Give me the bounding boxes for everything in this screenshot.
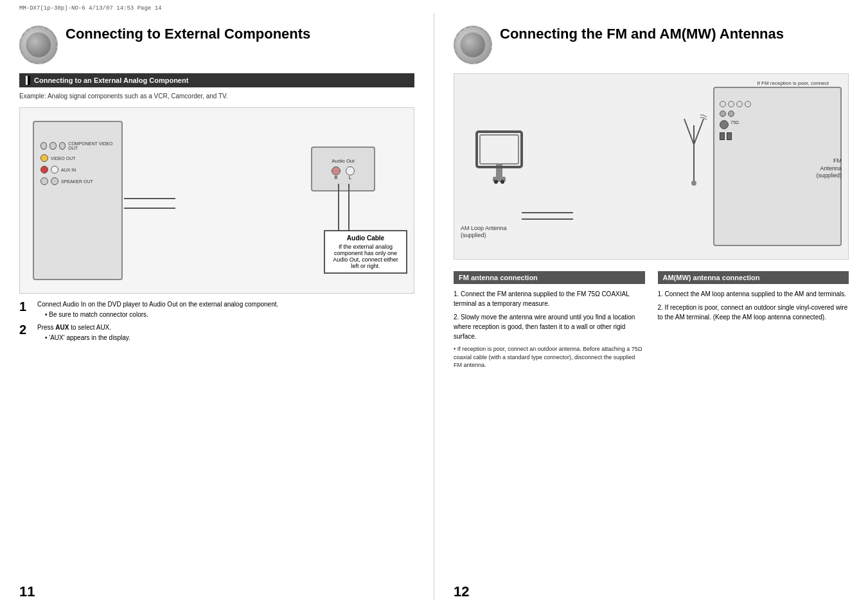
am-loop-label-line1: AM Loop Antenna bbox=[461, 225, 507, 233]
fm-antenna-area bbox=[681, 112, 707, 191]
page-divider bbox=[434, 13, 434, 600]
step-2-number: 2 bbox=[19, 323, 32, 336]
fm-section: FM antenna connection 1. Connect the FM … bbox=[454, 271, 645, 369]
right-page-number: 12 bbox=[454, 577, 849, 600]
audio-out-label: Audio Out bbox=[332, 158, 355, 164]
fm-75-label: 75Ω bbox=[731, 120, 739, 129]
am-loop-label-line2: (supplied) bbox=[461, 232, 507, 240]
am-steps: 1. Connect the AM loop antenna supplied … bbox=[658, 289, 849, 322]
right-section-icon bbox=[454, 26, 492, 64]
fm-bullet-note: • If reception is poor, connect an outdo… bbox=[454, 345, 645, 369]
right-connectors-row2 bbox=[720, 111, 835, 117]
callout-title: Audio Cable bbox=[328, 235, 403, 242]
am-loop-label: AM Loop Antenna (supplied) bbox=[461, 225, 507, 240]
fm-steps: 1. Connect the FM antenna supplied to th… bbox=[454, 289, 645, 341]
cable-l-vertical bbox=[338, 184, 339, 235]
rc3 bbox=[736, 101, 743, 107]
audio-connectors: R L bbox=[332, 166, 355, 180]
right-diagram: If FM reception is poor, connect an outd… bbox=[454, 73, 849, 260]
speaker-label: SPEAKER OUT bbox=[61, 179, 93, 184]
component-label: COMPONENT VIDEO OUT bbox=[68, 141, 115, 150]
connector-dot-1 bbox=[40, 142, 47, 150]
r-connector: R bbox=[332, 166, 341, 180]
connection-sections: FM antenna connection 1. Connect the FM … bbox=[454, 271, 849, 369]
video-out-label: VIDEO OUT bbox=[51, 156, 76, 161]
fm-label-line1: FM bbox=[816, 157, 842, 165]
am-section: AM(MW) antenna connection 1. Connect the… bbox=[658, 271, 849, 369]
connector-dot-2 bbox=[49, 142, 56, 150]
left-diagram: COMPONENT VIDEO OUT VIDEO OUT AUX IN bbox=[19, 107, 414, 294]
speaker-dot-1 bbox=[40, 177, 48, 185]
fm-label-line3: (supplied) bbox=[816, 172, 842, 180]
svg-rect-3 bbox=[480, 135, 518, 164]
step-1-bullet: • Be sure to match connector colors. bbox=[45, 311, 278, 318]
fm-antenna-svg bbox=[681, 112, 707, 190]
left-section-title: Connecting to External Components bbox=[66, 26, 310, 42]
video-out-dot bbox=[40, 154, 48, 162]
r-jack bbox=[332, 166, 341, 175]
aux-l-dot bbox=[51, 166, 58, 173]
am-step-1: 1. Connect the AM loop antenna supplied … bbox=[658, 289, 849, 299]
audio-wire-bottom bbox=[124, 208, 175, 209]
external-component: Audio Out R L bbox=[311, 147, 375, 191]
file-info: MM-DX7(1p-30p)-NO-6 4/13/07 14:53 Page 1… bbox=[19, 5, 161, 12]
right-connectors-row1 bbox=[720, 101, 835, 107]
audio-wire-top bbox=[124, 198, 175, 199]
left-page-number: 11 bbox=[19, 577, 414, 600]
aux-label: AUX IN bbox=[61, 168, 76, 172]
svg-line-8 bbox=[694, 119, 704, 145]
am-section-header: AM(MW) antenna connection bbox=[658, 271, 849, 284]
svg-point-4 bbox=[494, 180, 498, 184]
left-page: Connecting to External Components Connec… bbox=[19, 13, 414, 600]
step-2-text: Press AUX to select AUX. bbox=[37, 323, 130, 332]
am-wire-2 bbox=[522, 218, 573, 220]
fm-step-2: 2. Slowly move the antenna wire around u… bbox=[454, 312, 645, 341]
rc1 bbox=[720, 101, 726, 107]
left-section-header: Connecting to External Components bbox=[19, 26, 414, 64]
video-out-row: VIDEO OUT bbox=[40, 154, 115, 162]
right-connectors-row3: 75Ω bbox=[720, 120, 835, 129]
am-loop-svg bbox=[474, 125, 525, 190]
rc-coaxial bbox=[720, 120, 729, 129]
rc6 bbox=[728, 111, 734, 117]
cable-r-vertical bbox=[348, 184, 350, 235]
l-label: L bbox=[349, 175, 351, 180]
l-jack bbox=[346, 166, 355, 175]
left-subsection-bar: Connecting to an External Analog Compone… bbox=[19, 73, 414, 87]
fm-section-header: FM antenna connection bbox=[454, 271, 645, 284]
callout-box: Audio Cable If the external analog compo… bbox=[324, 230, 407, 274]
step-1: 1 Connect Audio In on the DVD player to … bbox=[19, 300, 414, 318]
panel-connectors: COMPONENT VIDEO OUT VIDEO OUT AUX IN bbox=[40, 141, 115, 185]
step-1-text: Connect Audio In on the DVD player to Au… bbox=[37, 300, 278, 309]
svg-rect-2 bbox=[477, 132, 522, 167]
fm-antenna-label: FM Antenna (supplied) bbox=[816, 157, 842, 180]
svg-point-9 bbox=[691, 181, 696, 186]
right-page: Connecting the FM and AM(MW) Antennas If… bbox=[454, 13, 849, 600]
example-text: Example: Analog signal components such a… bbox=[19, 93, 414, 100]
step-2: 2 Press AUX to select AUX. • 'AUX' appea… bbox=[19, 323, 414, 341]
rc5 bbox=[720, 111, 726, 117]
right-section-header: Connecting the FM and AM(MW) Antennas bbox=[454, 26, 849, 64]
right-section-title: Connecting the FM and AM(MW) Antennas bbox=[500, 26, 784, 42]
svg-point-5 bbox=[500, 180, 504, 184]
left-section-icon bbox=[19, 26, 58, 64]
step-2-bullet: • 'AUX' appears in the display. bbox=[45, 334, 130, 341]
device-back-panel: COMPONENT VIDEO OUT VIDEO OUT AUX IN bbox=[33, 121, 123, 280]
svg-line-7 bbox=[684, 119, 694, 145]
am-terminals-row bbox=[720, 132, 835, 140]
speaker-row: SPEAKER OUT bbox=[40, 177, 115, 185]
aux-row: AUX IN bbox=[40, 166, 115, 173]
rc4 bbox=[745, 101, 751, 107]
right-device-connectors: 75Ω bbox=[720, 101, 835, 143]
connector-dot-3 bbox=[59, 142, 66, 150]
callout-text: If the external analog component has onl… bbox=[328, 244, 403, 269]
fm-label-line2: Antenna bbox=[816, 165, 842, 173]
speaker-dot-2 bbox=[51, 177, 58, 185]
step-1-number: 1 bbox=[19, 300, 32, 313]
left-subsection-title: Connecting to an External Analog Compone… bbox=[34, 76, 188, 84]
am-wire-1 bbox=[522, 212, 573, 213]
r-label: R bbox=[334, 175, 337, 180]
rc2 bbox=[728, 101, 734, 107]
aux-r-dot bbox=[40, 166, 48, 173]
am-step-2: 2. If reception is poor, connect an outd… bbox=[658, 303, 849, 322]
